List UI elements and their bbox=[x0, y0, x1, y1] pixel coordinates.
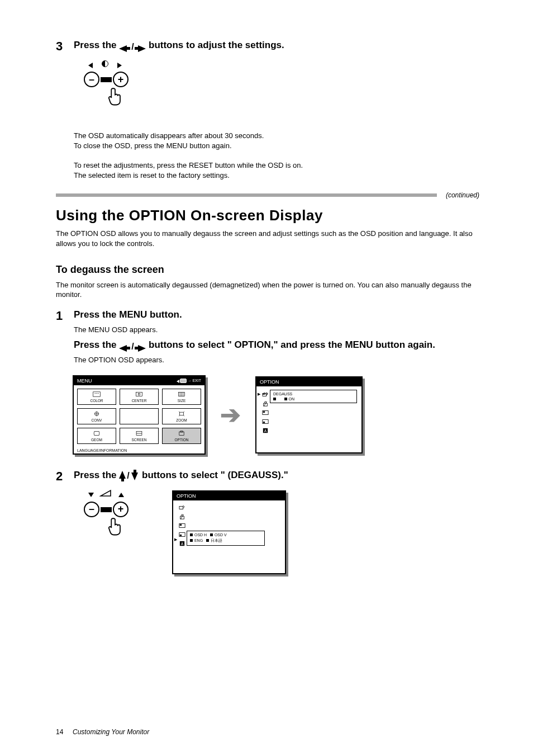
svg-rect-0 bbox=[93, 391, 101, 396]
section-bar bbox=[56, 193, 437, 197]
svg-rect-17 bbox=[180, 431, 183, 432]
osd-option-title: OPTION bbox=[256, 377, 361, 386]
osd-option-panel: OPTION ▶ A DEGAUSS ON bbox=[255, 376, 363, 453]
osd-menu-titlebar: MENU → EXIT bbox=[74, 376, 204, 385]
svg-point-2 bbox=[96, 393, 97, 394]
step-1-title: Press the MENU button. bbox=[74, 309, 435, 322]
svg-rect-13 bbox=[180, 412, 184, 415]
svg-rect-22 bbox=[263, 411, 265, 413]
screen-icon bbox=[120, 429, 158, 437]
conv-icon bbox=[78, 410, 116, 418]
osd-cell-size[interactable]: SIZE bbox=[162, 389, 201, 405]
step-1: 1 Press the MENU button. The MENU OSD ap… bbox=[56, 309, 479, 365]
arrow-up-icon bbox=[118, 493, 124, 497]
contrast-icon bbox=[102, 60, 108, 67]
step-3-number: 3 bbox=[56, 39, 74, 54]
osd-cell-conv[interactable]: CONV bbox=[77, 408, 116, 424]
osd-menu-title: MENU bbox=[77, 378, 92, 384]
volume-icon bbox=[99, 489, 112, 497]
osd-panels-row: MENU → EXIT COLOR CENTER SIZE CONV ZOOM bbox=[73, 375, 479, 455]
step-2-title: Press the / buttons to select " (DEGAUSS… bbox=[74, 469, 288, 482]
osd-menu-panel: MENU → EXIT COLOR CENTER SIZE CONV ZOOM bbox=[73, 375, 206, 455]
svg-rect-24 bbox=[263, 422, 265, 423]
step-2-number: 2 bbox=[56, 469, 74, 484]
arrow-right-icon bbox=[117, 63, 122, 68]
osd-cell-zoom[interactable]: ZOOM bbox=[162, 408, 201, 424]
svg-rect-27 bbox=[179, 506, 183, 509]
arrow-left-icon bbox=[88, 63, 93, 68]
osd-h-icon bbox=[262, 410, 269, 417]
step-2: 2 Press the / buttons to select " (DEGAU… bbox=[56, 469, 479, 484]
osd-v-icon bbox=[262, 419, 269, 426]
degauss-icon bbox=[179, 505, 185, 512]
osd-option-title: OPTION bbox=[173, 492, 285, 500]
left-right-arrows-icon: / bbox=[119, 42, 146, 50]
svg-rect-33 bbox=[180, 535, 182, 536]
up-down-arrows-icon: / bbox=[119, 471, 139, 480]
step-1b-title: Press the / buttons to select " OPTION,"… bbox=[74, 339, 435, 352]
svg-text:A: A bbox=[264, 428, 267, 432]
step-3-note: The OSD automatically disappears after a… bbox=[74, 131, 479, 150]
plus-button[interactable]: + bbox=[113, 502, 129, 517]
minus-button[interactable]: – bbox=[84, 502, 99, 517]
step-1-sub: The MENU OSD appears. bbox=[74, 325, 435, 335]
degauss-paragraph: The monitor screen is automatically dega… bbox=[56, 280, 479, 300]
exit-icon bbox=[180, 379, 187, 383]
footer-text: Customizing Your Monitor bbox=[73, 728, 149, 736]
lang-tooltip: OSD H OSD V ENG 日本語 bbox=[187, 531, 265, 546]
section-title: Using the OPTION On-screen Display bbox=[56, 207, 479, 224]
page-number: 14 bbox=[56, 728, 63, 736]
option-selection-marker-icon: ▶ bbox=[174, 537, 177, 542]
degauss-tooltip: DEGAUSS ON bbox=[270, 390, 357, 403]
option-icon-column: A bbox=[179, 505, 185, 547]
svg-rect-31 bbox=[180, 524, 182, 526]
step-1-number: 1 bbox=[56, 309, 74, 323]
button-bar-icon bbox=[101, 79, 112, 81]
osd-cell-option[interactable]: OPTION bbox=[162, 428, 201, 444]
step-1b-sub: The OPTION OSD appears. bbox=[74, 355, 435, 365]
contrast-buttons-figure: – + bbox=[76, 60, 149, 116]
osd-menu-exit-hint: → EXIT bbox=[180, 379, 201, 383]
osd-cell-center[interactable]: CENTER bbox=[120, 389, 159, 405]
left-right-arrows-icon: / bbox=[119, 342, 146, 349]
osd-h-icon bbox=[179, 523, 185, 530]
osd-v-icon bbox=[179, 532, 185, 538]
section-subtitle: The OPTION OSD allows you to manually de… bbox=[56, 229, 479, 249]
minus-button[interactable]: – bbox=[84, 72, 99, 87]
option-selection-marker-icon: ▶ bbox=[258, 392, 260, 396]
osd-menu-footer: LANGUAGE/INFORMATION bbox=[74, 448, 204, 453]
hand-pointer-icon bbox=[107, 517, 123, 537]
section-header: (continued) bbox=[56, 191, 479, 199]
osd-cell-color[interactable]: COLOR bbox=[77, 389, 116, 405]
svg-point-3 bbox=[98, 393, 98, 394]
svg-text:A: A bbox=[181, 541, 184, 545]
arrow-down-icon bbox=[88, 493, 94, 497]
arrow-right-big-icon: ➔ bbox=[220, 400, 241, 429]
osd-option-panel-lang: OPTION A ▶ OSD H OSD V ENG 日本語 bbox=[172, 490, 286, 574]
svg-point-1 bbox=[95, 393, 96, 394]
step-2-figures: – + OPTION A ▶ OSD H OSD V bbox=[76, 490, 479, 574]
plus-button[interactable]: + bbox=[113, 72, 129, 87]
zoom-icon bbox=[163, 410, 201, 418]
size-icon bbox=[163, 390, 201, 398]
step-3-title: Press the / buttons to adjust the settin… bbox=[74, 39, 284, 52]
lang-icon: A bbox=[262, 428, 269, 434]
button-bar-icon bbox=[101, 509, 112, 511]
osd-cell-empty bbox=[120, 408, 159, 424]
option-icon-column: A bbox=[262, 392, 269, 434]
step-3: 3 Press the / buttons to adjust the sett… bbox=[56, 39, 479, 54]
osd-cell-geom[interactable]: GEOM bbox=[77, 428, 116, 444]
degauss-icon bbox=[262, 392, 269, 399]
section-continued: (continued) bbox=[446, 191, 479, 199]
hand-pointer-icon bbox=[107, 87, 123, 107]
lang-icon: A bbox=[179, 541, 185, 547]
geom-icon bbox=[78, 429, 116, 437]
color-icon bbox=[78, 390, 116, 398]
lock-icon bbox=[179, 514, 185, 521]
option-icon bbox=[163, 429, 201, 437]
updown-buttons-figure: – + bbox=[76, 490, 149, 546]
svg-rect-4 bbox=[136, 392, 142, 396]
page-footer: 14 Customizing Your Monitor bbox=[56, 728, 149, 736]
osd-cell-screen[interactable]: SCREEN bbox=[120, 428, 159, 444]
center-icon bbox=[120, 390, 158, 398]
